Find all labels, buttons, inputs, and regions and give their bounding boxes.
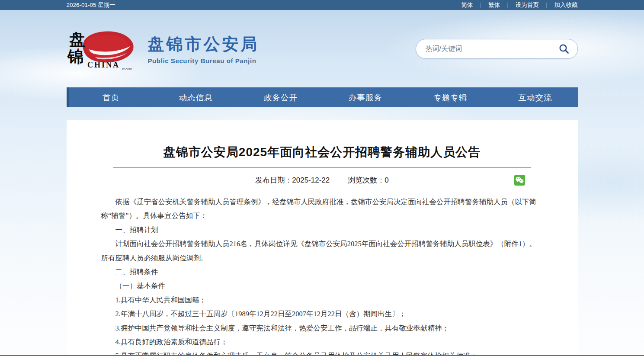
nav-item-home[interactable]: 首页 (69, 87, 154, 107)
date-display: 2026-01-05 星期一 (67, 1, 115, 9)
topbar: 2026-01-05 星期一 简体 ｜ 繁体 ｜ 设为首页 ｜ 加入收藏 (0, 0, 644, 10)
svg-text:PANJIN: PANJIN (122, 67, 132, 71)
paragraph: 4.具有良好的政治素质和道德品行； (101, 335, 543, 349)
site-name: 盘锦市公安局 (148, 33, 260, 55)
paragraph: 3.拥护中国共产党领导和社会主义制度，遵守宪法和法律，热爱公安工作，品行端正，具… (101, 321, 543, 335)
site-header: 盘 锦 CHINA PANJIN 盘锦市公安局 Public Security … (67, 10, 578, 87)
search-box (416, 39, 578, 59)
views-label: 浏览次数： (348, 176, 384, 184)
search-icon (558, 43, 570, 55)
nav-item-news[interactable]: 动态信息 (154, 87, 238, 107)
search-input[interactable] (426, 45, 558, 53)
svg-text:CHINA: CHINA (87, 61, 120, 69)
paragraph: 计划面向社会公开招聘警务辅助人员216名，具体岗位详见《盘锦市公安局2025年面… (101, 237, 543, 265)
topbar-links: 简体 ｜ 繁体 ｜ 设为首页 ｜ 加入收藏 (461, 1, 577, 9)
paragraph: 一、招聘计划 (101, 223, 543, 237)
separator: ｜ (544, 1, 549, 9)
svg-text:盘: 盘 (69, 31, 85, 48)
paragraph: 2.年满十八周岁，不超过三十五周岁〔1989年12月22日至2007年12月22… (101, 307, 543, 321)
nav-item-special-topics[interactable]: 专题专辑 (408, 87, 493, 107)
separator: ｜ (478, 1, 483, 9)
link-traditional-chinese[interactable]: 繁体 (488, 1, 500, 9)
svg-text:锦: 锦 (67, 48, 83, 66)
article-body: 依据《辽宁省公安机关警务辅助人员管理条例》，经盘锦市人民政府批准，盘锦市公安局决… (101, 195, 543, 356)
link-simplified-chinese[interactable]: 简体 (461, 1, 473, 9)
publish-date-value: 2025-12-22 (292, 176, 330, 184)
search-button[interactable] (558, 43, 570, 55)
link-set-homepage[interactable]: 设为首页 (516, 1, 539, 9)
nav-item-gov-disclosure[interactable]: 政务公开 (238, 87, 323, 107)
separator: ｜ (505, 1, 510, 9)
link-add-favorite[interactable]: 加入收藏 (554, 1, 578, 9)
paragraph: 二、招聘条件 (101, 265, 543, 279)
paragraph: （一）基本条件 (101, 279, 543, 293)
article-meta: 发布日期：2025-12-22浏览次数：0 (101, 175, 543, 186)
site-logo[interactable]: 盘 锦 CHINA PANJIN 盘锦市公安局 Public Security … (67, 27, 260, 71)
publish-date-label: 发布日期： (255, 176, 292, 184)
logo-emblem-icon: 盘 锦 CHINA PANJIN (67, 27, 144, 71)
views-value: 0 (384, 176, 388, 184)
nav-item-interaction[interactable]: 互动交流 (493, 87, 577, 107)
content-panel: 盘锦市公安局2025年面向社会公开招聘警务辅助人员公告 发布日期：2025-12… (67, 120, 578, 356)
main-nav: 首页 动态信息 政务公开 办事服务 专题专辑 互动交流 (67, 87, 578, 107)
wechat-share-icon[interactable] (514, 175, 525, 186)
paragraph: 1.具有中华人民共和国国籍； (101, 293, 543, 307)
article-title: 盘锦市公安局2025年面向社会公开招聘警务辅助人员公告 (101, 144, 543, 161)
nav-item-services[interactable]: 办事服务 (323, 87, 408, 107)
paragraph: 依据《辽宁省公安机关警务辅助人员管理条例》，经盘锦市人民政府批准，盘锦市公安局决… (101, 195, 543, 223)
title-divider (113, 167, 531, 168)
site-name-english: Public Security Bureau of Panjin (148, 57, 260, 64)
